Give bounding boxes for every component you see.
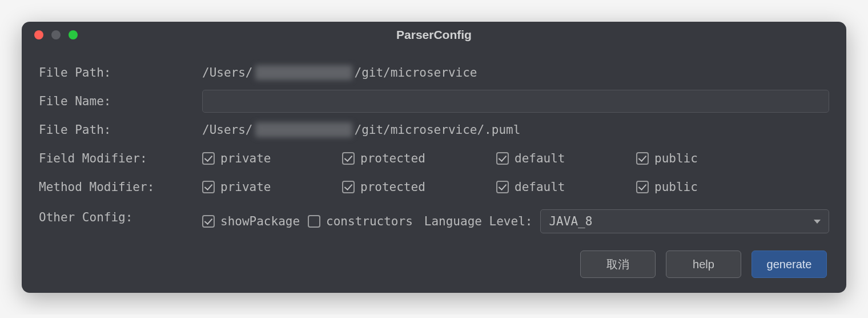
file-path-value-2: /Users/ /git/microservice/.puml [202,122,520,137]
method-private-label: private [220,180,271,194]
window-title: ParserConfig [32,28,836,42]
method-protected-label: protected [360,180,425,194]
field-default-checkbox[interactable] [496,152,509,165]
field-protected-label: protected [360,152,425,165]
generate-button[interactable]: generate [752,251,827,278]
redacted-username-2 [255,122,352,137]
file-path-row-1: File Path: /Users/ /git/microservice [39,58,829,87]
field-public-group: public [636,152,698,165]
method-protected-checkbox[interactable] [342,181,355,193]
file-name-input[interactable] [202,90,829,113]
field-private-checkbox[interactable] [202,152,215,165]
file-path-suffix-2: /git/microservice/.puml [355,123,521,137]
field-modifier-label: Field Modifier: [39,152,202,165]
field-protected-checkbox[interactable] [342,152,355,165]
show-package-label: showPackage [220,214,300,228]
redacted-username-1 [255,65,352,80]
chevron-down-icon [814,220,821,224]
parser-config-dialog: ParserConfig File Path: /Users/ /git/mic… [22,22,846,293]
field-public-checkbox[interactable] [636,152,649,165]
field-protected-group: protected [342,152,496,165]
show-package-checkbox[interactable] [202,215,215,228]
method-modifier-label: Method Modifier: [39,180,202,194]
file-path-value-1: /Users/ /git/microservice [202,65,477,80]
file-name-label: File Name: [39,94,202,108]
method-public-checkbox[interactable] [636,181,649,193]
other-config-row: Other Config: showPackage constructors L… [39,201,829,233]
method-default-group: default [496,180,636,194]
help-button[interactable]: help [666,251,741,278]
dialog-buttons: 取消 help generate [39,251,829,278]
file-path-suffix-1: /git/microservice [355,66,477,80]
titlebar: ParserConfig [22,22,846,48]
minimize-icon[interactable] [51,30,61,39]
language-level-select[interactable]: JAVA_8 [540,209,829,233]
constructors-group: constructors [308,214,413,228]
constructors-label: constructors [326,214,413,228]
method-protected-group: protected [342,180,496,194]
method-default-checkbox[interactable] [496,181,509,193]
field-default-label: default [515,152,565,165]
other-config-label: Other Config: [39,210,202,224]
method-modifier-row: Method Modifier: private protected defau… [39,173,829,201]
method-default-label: default [515,180,565,194]
field-private-label: private [220,152,271,165]
window-controls [34,30,78,39]
file-path-label-2: File Path: [39,123,202,137]
field-modifier-options: private protected default public [202,152,829,165]
method-public-group: public [636,180,698,194]
language-level-label: Language Level: [424,214,533,228]
field-private-group: private [202,152,342,165]
method-modifier-options: private protected default public [202,180,829,194]
cancel-button[interactable]: 取消 [580,251,656,278]
constructors-checkbox[interactable] [308,215,320,228]
method-private-checkbox[interactable] [202,181,215,193]
dialog-content: File Path: /Users/ /git/microservice Fil… [22,48,846,293]
language-level-value: JAVA_8 [549,214,592,228]
field-modifier-row: Field Modifier: private protected defaul… [39,144,829,173]
field-default-group: default [496,152,636,165]
other-config-options: showPackage constructors Language Level:… [202,201,829,233]
file-path-prefix-1: /Users/ [202,66,253,80]
file-name-row: File Name: [39,87,829,116]
field-public-label: public [654,152,698,165]
method-private-group: private [202,180,342,194]
maximize-icon[interactable] [69,30,78,39]
file-path-label-1: File Path: [39,66,202,80]
close-icon[interactable] [34,30,43,39]
file-path-row-2: File Path: /Users/ /git/microservice/.pu… [39,116,829,144]
show-package-group: showPackage [202,214,300,228]
file-path-prefix-2: /Users/ [202,123,253,137]
method-public-label: public [654,180,698,194]
